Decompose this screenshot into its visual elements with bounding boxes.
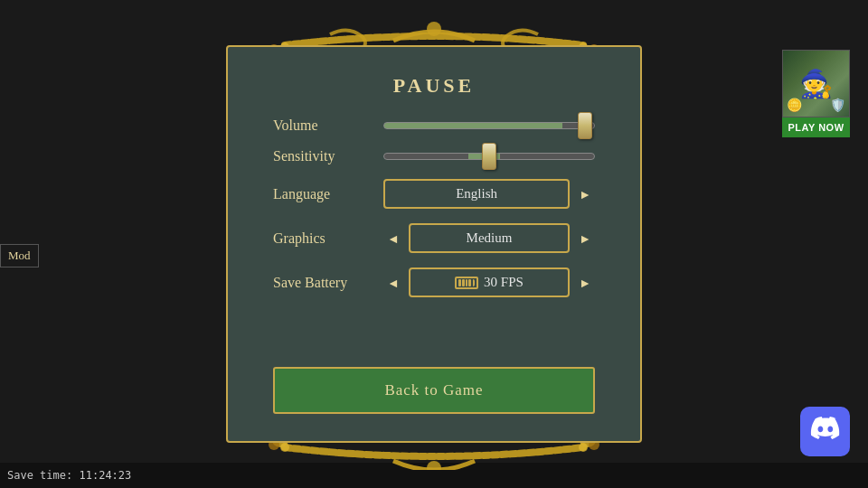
battery-seg-3 [466, 279, 468, 286]
settings-rows: Volume Sensitivity Language English [273, 117, 595, 351]
sensitivity-slider-container[interactable] [383, 153, 595, 160]
graphics-prev-arrow[interactable]: ◄ [383, 230, 403, 248]
ad-shield-icon: 🛡️ [830, 98, 845, 113]
graphics-control: ◄ Medium ► [383, 223, 595, 253]
language-label: Language [273, 186, 373, 202]
play-now-button[interactable]: PLAY NOW [782, 117, 850, 137]
save-battery-row: Save Battery ◄ 30 FPS ► [273, 267, 595, 297]
ad-panel: 🧙 🪙 🛡️ PLAY NOW [782, 50, 850, 137]
panel-title: PAUSE [393, 74, 476, 98]
save-time: Save time: 11:24:23 [7, 469, 131, 482]
language-box: English [383, 179, 570, 209]
sensitivity-label: Sensitivity [273, 148, 373, 164]
discord-icon [810, 417, 841, 446]
volume-track [383, 122, 595, 129]
battery-seg-1 [458, 279, 461, 286]
graphics-box: Medium [409, 223, 570, 253]
graphics-row: Graphics ◄ Medium ► [273, 223, 595, 253]
battery-cap [473, 279, 475, 286]
save-battery-value: 30 FPS [484, 275, 524, 290]
sensitivity-row: Sensitivity [273, 148, 595, 164]
sensitivity-thumb[interactable] [482, 143, 496, 170]
save-battery-prev-arrow[interactable]: ◄ [383, 274, 403, 292]
language-control: English ► [383, 179, 595, 209]
language-row: Language English ► [273, 179, 595, 209]
sensitivity-track [383, 153, 595, 160]
graphics-next-arrow[interactable]: ► [575, 230, 595, 248]
language-next-arrow[interactable]: ► [575, 185, 595, 203]
save-time-value: 11:24:23 [79, 469, 131, 482]
graphics-label: Graphics [273, 230, 373, 247]
save-battery-label: Save Battery [273, 275, 373, 291]
battery-icon [455, 277, 478, 289]
save-battery-next-arrow[interactable]: ► [575, 274, 595, 292]
settings-panel: PAUSE Volume Sensitivity Language [226, 45, 642, 443]
battery-seg-4 [468, 279, 471, 286]
ad-coins-icon: 🪙 [787, 98, 802, 113]
ad-figure-icon: 🧙 [799, 68, 833, 99]
mod-badge: Mod [0, 244, 39, 267]
volume-row: Volume [273, 117, 595, 134]
discord-panel[interactable] [800, 407, 850, 456]
volume-slider-container[interactable] [383, 122, 595, 129]
ad-image: 🧙 🪙 🛡️ [782, 50, 850, 117]
save-battery-box: 30 FPS [409, 267, 570, 297]
volume-thumb[interactable] [578, 112, 592, 139]
bottom-bar: Save time: 11:24:23 [0, 463, 868, 488]
battery-seg-2 [462, 279, 465, 286]
graphics-value: Medium [467, 230, 513, 246]
save-battery-control: ◄ 30 FPS ► [383, 267, 595, 297]
volume-label: Volume [273, 117, 373, 134]
language-value: English [396, 186, 557, 202]
back-to-game-button[interactable]: Back to Game [273, 367, 595, 414]
save-time-label: Save time: [7, 469, 72, 482]
